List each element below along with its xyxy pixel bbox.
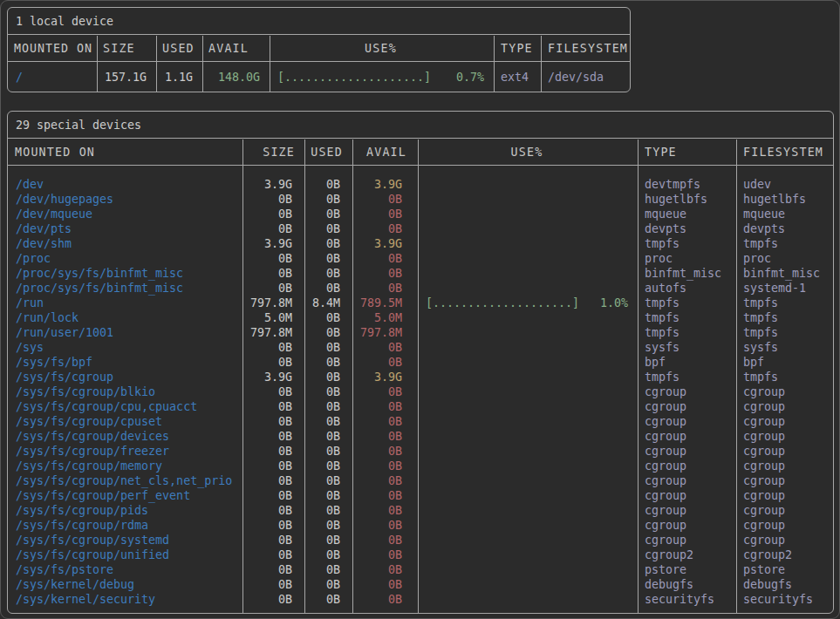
table-header-row: MOUNTED ONSIZEUSEDAVAILUSE%TYPEFILESYSTE… (8, 35, 630, 62)
cell-type: cgroup (637, 399, 735, 414)
cell-size: 0B (242, 251, 304, 266)
cell-filesystem: devpts (735, 221, 833, 236)
table-row: /sys/fs/pstore0B0B0Bpstorepstore (8, 562, 833, 577)
cell-used: 0B (304, 207, 352, 221)
cell-use-percent: [....................]1.0% (417, 296, 637, 310)
cell-used: 0B (304, 281, 352, 296)
table-row: /sys/fs/cgroup/memory0B0B0Bcgroupcgroup (8, 459, 833, 473)
cell-avail: 3.9G (352, 370, 417, 384)
column-header-size: SIZE (96, 35, 155, 62)
cell-used: 8.4M (304, 296, 352, 310)
cell-use-percent (417, 518, 637, 533)
cell-mounted-on: /sys/fs/cgroup/systemd (8, 533, 242, 548)
table-row: /sys/kernel/debug0B0B0Bdebugfsdebugfs (8, 577, 833, 592)
cell-size: 797.8M (242, 325, 304, 340)
cell-used: 0B (304, 414, 352, 429)
cell-avail: 0B (352, 251, 417, 266)
cell-mounted-on: /proc/sys/fs/binfmt_misc (8, 266, 242, 281)
cell-type: tmpfs (637, 236, 735, 251)
cell-type: cgroup (637, 533, 735, 548)
table-title-local-devices: 1 local device (8, 8, 630, 35)
column-header-type: TYPE (493, 35, 540, 62)
cell-filesystem: mqueue (735, 207, 833, 221)
cell-filesystem: proc (735, 251, 833, 266)
cell-used: 0B (304, 221, 352, 236)
cell-use-percent (417, 444, 637, 459)
cell-used: 0B (304, 310, 352, 325)
cell-filesystem: cgroup (735, 533, 833, 548)
column-divider (304, 139, 305, 613)
table-row: /dev/pts0B0B0Bdevptsdevpts (8, 221, 833, 236)
cell-avail: 0B (352, 562, 417, 577)
cell-mounted-on: /dev/shm (8, 236, 242, 251)
table-row: /dev/mqueue0B0B0Bmqueuemqueue (8, 207, 833, 221)
cell-filesystem: cgroup (735, 503, 833, 518)
cell-use-percent (417, 473, 637, 488)
cell-avail: 0B (352, 473, 417, 488)
cell-use-percent (417, 281, 637, 296)
cell-avail: 789.5M (352, 296, 417, 310)
cell-use-percent: [....................]0.7% (269, 70, 493, 85)
usage-bar: [....................] (426, 296, 579, 310)
cell-used: 0B (304, 548, 352, 562)
cell-size: 0B (242, 533, 304, 548)
cell-mounted-on: /sys/fs/cgroup/cpu,cpuacct (8, 399, 242, 414)
cell-avail: 0B (352, 221, 417, 236)
column-header-type: TYPE (637, 139, 735, 166)
cell-filesystem: cgroup (735, 414, 833, 429)
cell-size: 0B (242, 340, 304, 355)
cell-avail: 0B (352, 192, 417, 207)
cell-mounted-on: /sys/fs/cgroup/freezer (8, 444, 242, 459)
cell-used: 0B (304, 266, 352, 281)
column-header-filesystem: FILESYSTEM (540, 35, 630, 62)
cell-avail: 0B (352, 399, 417, 414)
cell-filesystem: udev (735, 177, 833, 192)
cell-filesystem: cgroup (735, 399, 833, 414)
cell-use-percent (417, 177, 637, 192)
table-row: /sys/fs/cgroup/net_cls,net_prio0B0B0Bcgr… (8, 473, 833, 488)
cell-use-percent (417, 192, 637, 207)
column-header-filesystem: FILESYSTEM (735, 139, 833, 166)
cell-type: hugetlbfs (637, 192, 735, 207)
column-header-use-: USE% (269, 35, 493, 62)
cell-avail: 0B (352, 355, 417, 370)
cell-use-percent (417, 459, 637, 473)
cell-type: debugfs (637, 577, 735, 592)
cell-type: cgroup (637, 503, 735, 518)
cell-mounted-on: /dev/pts (8, 221, 242, 236)
cell-used: 0B (304, 251, 352, 266)
cell-mounted-on: /sys/fs/cgroup (8, 370, 242, 384)
cell-type: autofs (637, 281, 735, 296)
cell-type: tmpfs (637, 370, 735, 384)
table-body: /dev3.9G0B3.9Gdevtmpfsudev/dev/hugepages… (8, 166, 833, 607)
cell-used: 0B (304, 592, 352, 607)
special-devices-table: 29 special devices MOUNTED ONSIZEUSEDAVA… (7, 111, 834, 614)
cell-filesystem: tmpfs (735, 236, 833, 251)
cell-use-percent (417, 340, 637, 355)
cell-avail: 0B (352, 266, 417, 281)
usage-bar: [....................] (277, 70, 431, 85)
cell-use-percent (417, 488, 637, 503)
cell-size: 0B (242, 281, 304, 296)
cell-used: 0B (304, 562, 352, 577)
cell-mounted-on: /sys/fs/cgroup/net_cls,net_prio (8, 473, 242, 488)
cell-size: 0B (242, 577, 304, 592)
cell-size: 0B (242, 192, 304, 207)
cell-used: 0B (304, 429, 352, 444)
cell-use-percent (417, 548, 637, 562)
cell-type: tmpfs (637, 310, 735, 325)
table-row: /sys/fs/cgroup/cpu,cpuacct0B0B0Bcgroupcg… (8, 399, 833, 414)
cell-avail: 0B (352, 577, 417, 592)
cell-type: bpf (637, 355, 735, 370)
column-header-size: SIZE (242, 139, 304, 166)
cell-size: 0B (242, 221, 304, 236)
table-row: /sys/fs/cgroup/freezer0B0B0Bcgroupcgroup (8, 444, 833, 459)
cell-mounted-on: /dev/mqueue (8, 207, 242, 221)
cell-size: 0B (242, 548, 304, 562)
table-row: /sys0B0B0Bsysfssysfs (8, 340, 833, 355)
column-divider (418, 139, 419, 613)
column-divider (494, 36, 495, 92)
cell-avail: 0B (352, 459, 417, 473)
column-divider (97, 36, 98, 92)
cell-avail: 148.0G (201, 70, 269, 85)
